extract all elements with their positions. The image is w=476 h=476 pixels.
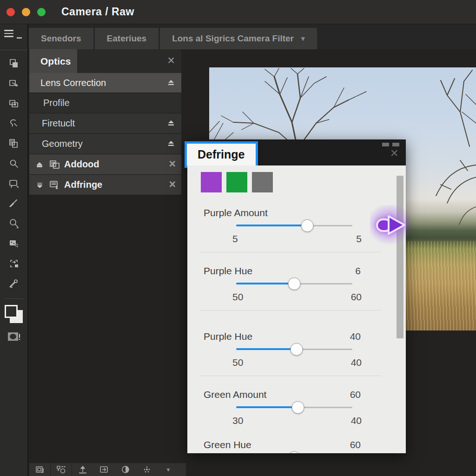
folder-forward-icon[interactable] — [93, 463, 115, 476]
chevron-down-icon: ▾ — [301, 34, 305, 43]
marquee-icon[interactable] — [7, 177, 21, 191]
mask-icon[interactable] — [7, 330, 21, 344]
slider-label: Purple Hue — [204, 331, 252, 342]
document-copy-icon — [49, 159, 60, 170]
slider-group-green-hue: Green Hue 60 30 40 — [204, 438, 361, 453]
minimize-window-button[interactable] — [22, 8, 30, 16]
color-swatches — [201, 172, 406, 192]
slider-max-value: 40 — [351, 415, 362, 427]
eject-icon[interactable] — [167, 140, 175, 146]
chevron-down-icon[interactable]: ▾ — [158, 463, 179, 476]
double-chevron-down-icon[interactable] — [37, 182, 43, 188]
slider-value: 60 — [350, 389, 361, 400]
slider-group-purple-hue-2: Purple Hue 40 50 40 — [204, 330, 361, 376]
slider-knob[interactable] — [288, 278, 301, 290]
slider-min-value: 30 — [232, 415, 243, 427]
upload-icon[interactable] — [72, 463, 93, 476]
tab-senedors[interactable]: Senedors — [29, 28, 93, 49]
rail-divider — [5, 298, 23, 299]
slider-label: Green Amount — [204, 389, 266, 400]
duplicate-icon[interactable] — [7, 97, 21, 111]
slider-knob[interactable] — [291, 343, 303, 356]
eject-icon[interactable] — [167, 79, 175, 86]
row-label: Geometry — [42, 139, 83, 149]
row-label: Adfringe — [64, 179, 102, 190]
search-icon[interactable] — [7, 157, 21, 171]
slider-value: 40 — [350, 331, 361, 342]
row-label: Profile — [43, 98, 70, 108]
slider-knob[interactable] — [291, 401, 304, 414]
panel-tab-strip: Optics × — [29, 49, 181, 73]
eject-icon[interactable] — [167, 119, 175, 126]
close-icon[interactable]: × — [167, 53, 175, 68]
row-label: Addood — [64, 159, 99, 170]
defringe-dialog: × Defringe Purple Amount — [187, 139, 406, 453]
slider-max-value: 40 — [351, 357, 362, 369]
heal-icon[interactable] — [7, 277, 21, 291]
transform-grid-icon[interactable] — [51, 463, 72, 476]
dialog-title: Defringe — [198, 148, 245, 161]
dialog-body: Purple Amount 5 5 Purple Hue 6 — [187, 165, 406, 453]
row-lens-correction[interactable]: Lens Correction — [29, 73, 181, 93]
row-adfringe[interactable]: Adfringe × — [29, 175, 181, 195]
window-icon[interactable] — [29, 463, 51, 476]
dialog-titlebar[interactable]: × Defringe — [187, 139, 406, 165]
rotate-crop-icon[interactable] — [7, 257, 21, 271]
close-icon[interactable]: × — [169, 178, 176, 191]
row-addood[interactable]: Addood × — [29, 154, 181, 175]
slider-value: 60 — [350, 439, 361, 450]
row-profile[interactable]: Profile — [29, 93, 181, 113]
contrast-icon[interactable] — [115, 463, 136, 476]
tab-camera-filter[interactable]: Lons al Sigrics Camera Filter ▾ — [160, 28, 317, 49]
slider[interactable] — [236, 342, 352, 356]
slider-label: Purple Amount — [204, 207, 268, 218]
minimize-icon[interactable] — [17, 37, 22, 39]
slider[interactable] — [236, 450, 352, 453]
foreground-background-swatch[interactable] — [4, 304, 24, 324]
purple-swatch[interactable] — [201, 172, 222, 192]
green-swatch[interactable] — [226, 172, 247, 192]
slider-min-value: 50 — [232, 291, 243, 304]
document-arrow-icon — [49, 180, 60, 190]
eject-icon[interactable] — [37, 162, 43, 167]
export-icon[interactable] — [7, 77, 21, 91]
app-window: Camera / Raw Senedors — [0, 0, 476, 476]
slider-value: 6 — [355, 265, 361, 277]
lasso-icon[interactable] — [7, 117, 21, 131]
layers-icon[interactable] — [7, 57, 21, 71]
bottom-toolbar: ▾ — [29, 463, 186, 476]
slider-label: Green Hue — [204, 439, 251, 450]
slider-max-value: 60 — [351, 291, 362, 304]
slider[interactable] — [236, 277, 352, 291]
slider-group-purple-amount: Purple Amount 5 5 — [204, 206, 361, 252]
close-icon[interactable]: × — [390, 146, 398, 160]
divider — [199, 310, 382, 311]
divider — [199, 252, 382, 252]
tool-rail — [0, 24, 28, 476]
zoom-window-button[interactable] — [37, 8, 46, 16]
close-window-button[interactable] — [7, 8, 15, 16]
tab-optics[interactable]: Optics — [29, 49, 77, 73]
slider[interactable] — [236, 400, 352, 414]
close-icon[interactable]: × — [169, 157, 176, 171]
brush-icon[interactable] — [7, 197, 21, 211]
optics-panel: Optics × Lens Correction Profile Firetuc… — [29, 49, 181, 458]
slider-knob[interactable] — [288, 451, 301, 453]
row-firetuclt[interactable]: Firetuclt — [29, 113, 181, 134]
slider-max-value: 5 — [356, 233, 362, 245]
scrollbar-thumb[interactable] — [397, 176, 403, 338]
menu-icon[interactable] — [4, 30, 13, 39]
copy-docs-icon[interactable] — [7, 137, 21, 151]
slider-knob[interactable] — [301, 219, 313, 232]
zoom-icon[interactable] — [7, 217, 21, 231]
divider — [199, 376, 382, 376]
slider-min-value: 50 — [232, 357, 243, 369]
slider[interactable] — [236, 218, 352, 232]
window-title: Camera / Raw — [61, 6, 134, 18]
adjust-icon[interactable] — [7, 237, 21, 251]
tab-eateriues[interactable]: Eateríues — [95, 28, 159, 49]
row-geometry[interactable]: Geometry — [29, 134, 181, 154]
gray-swatch[interactable] — [252, 172, 273, 192]
snap-dots-icon[interactable] — [136, 463, 158, 476]
tab-label: Lons al Sigrics Camera Filter — [172, 33, 294, 44]
